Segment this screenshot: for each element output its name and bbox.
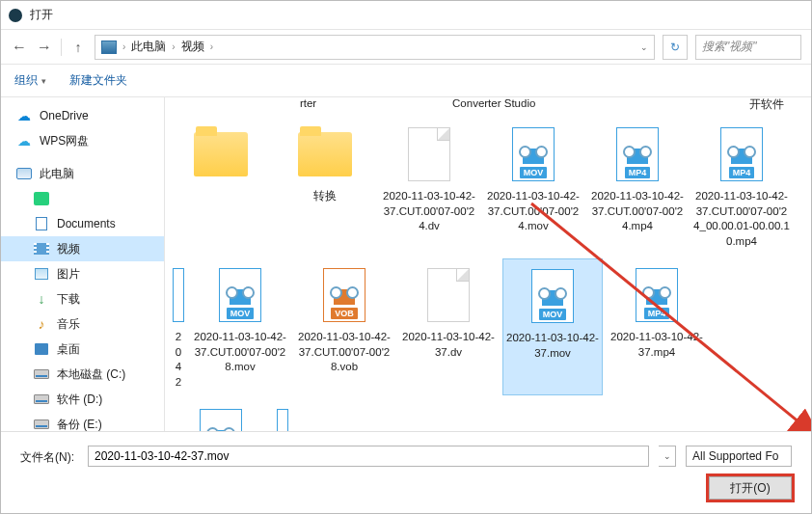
file-item[interactable] <box>171 118 271 255</box>
sidebar: ☁ OneDrive ☁ WPS网盘 此电脑 Documents <box>1 97 165 431</box>
partial-item <box>171 97 259 112</box>
partial-item <box>542 97 631 112</box>
sidebar-item-downloads[interactable]: ↓ 下载 <box>1 286 164 311</box>
filetype-filter[interactable]: All Supported Fo <box>686 446 792 467</box>
desktop-icon <box>35 343 48 355</box>
file-item[interactable]: 转换 <box>275 118 375 255</box>
sidebar-item-disk-e[interactable]: 备份 (E:) <box>1 412 164 431</box>
location-icon <box>101 41 117 54</box>
partial-item <box>357 97 446 112</box>
file-item[interactable]: MP42020-11-03-10-42-37.CUT.00'07-00'24_0… <box>691 118 792 255</box>
chevron-down-icon: ▾ <box>41 76 46 86</box>
sidebar-item-wps[interactable]: ☁ WPS网盘 <box>1 128 164 153</box>
cloud-icon: ☁ <box>16 134 32 148</box>
sidebar-item-disk-c[interactable]: 本地磁盘 (C:) <box>1 362 164 387</box>
partial-item-label: 开软件 <box>728 97 805 112</box>
sidebar-item-label: 软件 (D:) <box>57 392 102 408</box>
refresh-button[interactable]: ↻ <box>663 35 688 60</box>
nav-bar: ← → ↑ › 此电脑 › 视频 › ⌄ ↻ 搜索"视频" <box>1 30 811 65</box>
file-item[interactable]: MP42020-11-03-10-42-37.mp4 <box>607 258 707 395</box>
file-label: 2020-11-03-10-42-37.mp4 <box>609 330 705 360</box>
sidebar-item-music[interactable]: ♪ 音乐 <box>1 311 164 337</box>
sidebar-item-label: OneDrive <box>40 109 89 122</box>
file-item[interactable]: 2020-11-03-10-42-37.dv <box>398 258 499 395</box>
chevron-down-icon[interactable]: ⌄ <box>640 42 648 52</box>
back-button[interactable]: ← <box>11 39 28 56</box>
sidebar-item-label: 此电脑 <box>40 166 74 182</box>
file-label: 2020-11-03-10-42-37.CUT.00'07-00'24.dv <box>381 189 477 234</box>
sidebar-item-label: 桌面 <box>57 341 80 358</box>
file-label: 2020-11-03-10-42-37.CUT.00'07-00'24.mp4 <box>589 189 686 234</box>
file-item[interactable]: MOV2020-11-03-10-42-37.CUT.00'07-00'28.m… <box>190 258 290 395</box>
partial-item-label: rter <box>263 97 352 112</box>
sidebar-item-label: 备份 (E:) <box>57 417 102 432</box>
sidebar-item-pictures[interactable]: 图片 <box>1 261 164 286</box>
sidebar-item-label: 下载 <box>57 291 80 308</box>
forward-button[interactable]: → <box>36 39 53 56</box>
search-placeholder: 搜索"视频" <box>702 39 757 55</box>
sidebar-item-onedrive[interactable]: ☁ OneDrive <box>1 103 164 128</box>
filename-input[interactable] <box>88 446 649 467</box>
chevron-right-icon: › <box>122 41 125 52</box>
file-label: 转换 <box>313 189 337 204</box>
sidebar-item-label: 图片 <box>57 266 80 283</box>
breadcrumb-thispc[interactable]: 此电脑 <box>131 39 166 55</box>
partial-item-label: Converter Studio <box>449 97 538 112</box>
file-item[interactable]: MP42020-11-03-10-42-37.CUT.00'07-00'24.m… <box>587 118 688 255</box>
file-item[interactable]: MOV2020-11-03-10-42-37.CUT.00'07-00'24.m… <box>483 118 583 255</box>
file-thumb: MOV <box>515 265 590 327</box>
monitor-icon <box>16 168 32 179</box>
search-input[interactable]: 搜索"视频" <box>695 35 801 60</box>
file-item[interactable]: VOB2020-11-03-10-42-37.CUT.00'07-00'28.v… <box>294 258 394 395</box>
filename-label: 文件名(N): <box>20 449 74 466</box>
sidebar-item-videos[interactable]: 视频 <box>1 236 164 261</box>
new-folder-label: 新建文件夹 <box>69 72 127 89</box>
window-title: 打开 <box>30 7 53 23</box>
sidebar-item-documents[interactable]: Documents <box>1 211 164 236</box>
sidebar-item-label: 本地磁盘 (C:) <box>57 366 125 383</box>
file-thumb <box>392 123 467 185</box>
open-button[interactable]: 打开(O) <box>709 476 792 500</box>
organize-menu[interactable]: 组织 ▾ <box>14 72 46 89</box>
document-icon <box>36 217 47 230</box>
toolbar: 组织 ▾ 新建文件夹 <box>1 65 811 97</box>
cloud-icon: ☁ <box>16 109 32 122</box>
sidebar-item-label: 音乐 <box>57 316 80 333</box>
up-button[interactable]: ↑ <box>69 40 87 55</box>
open-button-label: 打开(O) <box>730 480 770 497</box>
chevron-right-icon: › <box>172 41 175 52</box>
app-icon <box>34 192 49 205</box>
filename-dropdown[interactable]: ⌄ <box>659 446 676 467</box>
file-label: 2020-11-03-10-42-37.CUT.00'07-00'28.vob <box>296 330 392 375</box>
disk-icon <box>34 394 49 404</box>
file-thumb <box>287 123 363 185</box>
sidebar-item-desktop[interactable]: 桌面 <box>1 337 164 362</box>
file-pane[interactable]: rter Converter Studio 开软件 转换2020-11-03-1… <box>165 97 811 431</box>
sidebar-item-thispc[interactable]: 此电脑 <box>1 161 164 186</box>
file-item[interactable]: MOV2020-11-03-10-42-37.mov <box>502 258 603 395</box>
refresh-icon: ↻ <box>670 41 680 54</box>
file-thumb <box>183 123 258 185</box>
address-bar[interactable]: › 此电脑 › 视频 › ⌄ <box>95 35 655 60</box>
file-item[interactable]: 2020-11-03-10-42-37.CUT.00'07-00'24.dv <box>379 118 479 255</box>
breadcrumb-videos[interactable]: 视频 <box>181 39 204 55</box>
file-thumb: VOB <box>307 264 382 326</box>
disk-icon <box>34 419 49 429</box>
file-thumb: MOV <box>496 123 571 185</box>
organize-label: 组织 <box>14 72 38 89</box>
file-thumb: MOV <box>203 264 278 326</box>
file-label: 2020-11-03-10-42-37.CUT.00'07-00'24_00.0… <box>693 189 790 249</box>
file-thumb: MP4 <box>704 123 779 185</box>
sidebar-item-green[interactable] <box>1 186 164 211</box>
file-thumb <box>411 264 486 326</box>
partial-item: 2042 <box>171 258 186 395</box>
file-label: 2020-11-03-10-42-37.CUT.00'07-00'24.mov <box>485 189 582 234</box>
sidebar-item-disk-d[interactable]: 软件 (D:) <box>1 387 164 412</box>
new-folder-button[interactable]: 新建文件夹 <box>69 72 127 89</box>
picture-icon <box>35 268 48 280</box>
file-label: 2020-11-03-10-42-37.CUT.00'07-00'28.mov <box>192 330 288 375</box>
app-icon <box>9 9 22 22</box>
sidebar-item-label: Documents <box>57 217 116 230</box>
sidebar-item-label: WPS网盘 <box>40 133 89 149</box>
music-icon: ♪ <box>34 317 49 331</box>
